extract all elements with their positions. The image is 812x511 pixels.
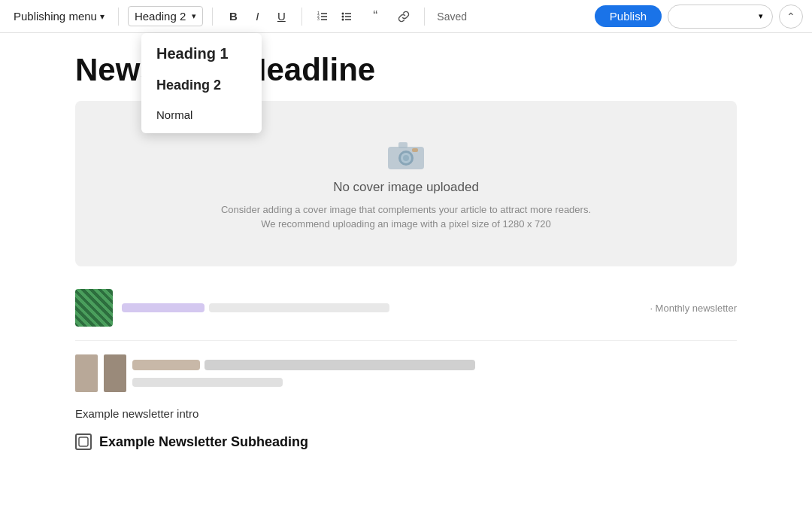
toolbar-divider-1	[118, 8, 119, 26]
ordered-list-button[interactable]: 1 2 3	[311, 5, 334, 28]
cover-image-title: No cover image uploaded	[333, 180, 479, 195]
audience-dropdown-chevron: ▾	[759, 11, 763, 21]
saved-status: Saved	[437, 11, 467, 23]
publishing-menu-button[interactable]: Publishing menu ▾	[9, 7, 109, 26]
heading-select-chevron-icon: ▾	[192, 11, 196, 21]
article-thumbnail-2b	[104, 354, 126, 392]
camera-icon	[385, 136, 427, 172]
toolbar-divider-4	[424, 8, 425, 26]
subheading-icon	[75, 433, 92, 450]
link-button[interactable]	[392, 5, 415, 28]
heading-select-label: Heading 2	[135, 10, 186, 23]
bar-gray-wide	[205, 360, 475, 370]
cover-image-desc: Consider adding a cover image that compl…	[221, 202, 591, 232]
subheading-row: Example Newsletter Subheading	[75, 433, 737, 450]
heading-dropdown: Heading 1 Heading 2 Normal	[141, 33, 262, 133]
cover-image-desc-line1: Consider adding a cover image that compl…	[221, 202, 591, 217]
article-tag: · Monthly newsletter	[650, 303, 737, 314]
unordered-list-button[interactable]	[335, 5, 358, 28]
subheading-icon-inner	[78, 436, 89, 447]
toolbar-divider-2	[212, 8, 213, 26]
cover-image-desc-line2: We recommend uploading an image with a p…	[221, 217, 591, 232]
svg-text:3: 3	[317, 17, 320, 21]
svg-point-7	[342, 15, 344, 17]
bar-tan	[132, 360, 200, 370]
svg-point-15	[403, 155, 409, 161]
article-thumbnail-1	[75, 289, 113, 327]
subheading-text[interactable]: Example Newsletter Subheading	[99, 434, 308, 450]
toolbar: Publishing menu ▾ Heading 2 ▾ B I U 1 2 …	[0, 0, 812, 33]
bar-light	[209, 303, 389, 312]
bold-button[interactable]: B	[222, 5, 244, 28]
dropdown-item-normal[interactable]: Normal	[141, 101, 262, 129]
blockquote-button[interactable]: “	[364, 5, 386, 28]
dropdown-item-heading2[interactable]: Heading 2	[141, 70, 262, 101]
dropdown-item-heading1[interactable]: Heading 1	[141, 38, 262, 70]
toolbar-right: Publish ▾ ⌃	[595, 5, 803, 29]
bars2-row2	[132, 378, 737, 387]
toolbar-divider-3	[301, 8, 302, 26]
italic-button[interactable]: I	[246, 5, 268, 28]
list-icons: 1 2 3	[311, 5, 358, 28]
link-icon	[398, 11, 410, 23]
main-content: Newsletter Headline No cover image uploa…	[0, 33, 812, 511]
ordered-list-icon: 1 2 3	[317, 11, 329, 23]
heading-select[interactable]: Heading 2 ▾	[128, 6, 203, 26]
article-row-2	[75, 354, 737, 392]
svg-point-8	[342, 18, 344, 20]
bar-gray-sm-medium	[132, 378, 283, 387]
collapse-icon: ⌃	[786, 11, 795, 23]
audience-dropdown[interactable]: ▾	[668, 5, 773, 29]
newsletter-intro[interactable]: Example newsletter intro	[75, 407, 737, 420]
article-row-1: · Monthly newsletter	[75, 289, 737, 341]
article-thumbnail-2a	[75, 354, 98, 392]
svg-rect-16	[398, 142, 408, 148]
publish-button[interactable]: Publish	[595, 5, 662, 27]
article-thumb-inner	[75, 289, 113, 327]
format-buttons: B I U	[222, 5, 292, 28]
article-bars-2	[132, 360, 737, 387]
unordered-list-icon	[341, 11, 353, 23]
underline-button[interactable]: U	[270, 5, 292, 28]
publishing-menu-label: Publishing menu	[14, 10, 97, 23]
svg-rect-18	[79, 437, 88, 446]
svg-point-6	[342, 12, 344, 14]
svg-rect-17	[412, 148, 418, 152]
bars2-row1	[132, 360, 737, 370]
article-bars-1: · Monthly newsletter	[122, 303, 737, 314]
publishing-menu-chevron-icon: ▾	[100, 11, 105, 22]
bar-row-1: · Monthly newsletter	[122, 303, 737, 314]
bar-purple	[122, 303, 205, 312]
collapse-button[interactable]: ⌃	[779, 5, 803, 29]
